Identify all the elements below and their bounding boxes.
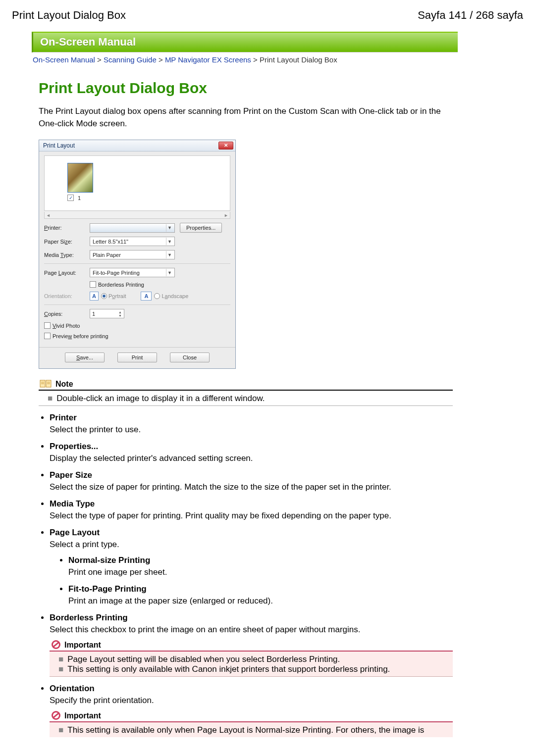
help-item-printer: Printer Select the printer to use. [50, 413, 453, 435]
thumbnail-area: 1 [44, 155, 230, 211]
page-header: Print Layout Dialog Box Sayfa 141 / 268 … [12, 9, 523, 22]
chevron-down-icon: ▼ [166, 238, 173, 245]
copies-spinner[interactable]: 1 ▲▼ [90, 309, 124, 318]
help-item-page-layout: Page Layout Select a print type. Normal-… [50, 528, 453, 606]
bullet-icon: ■ [58, 664, 63, 674]
landscape-radio-label: Landscape [161, 293, 188, 299]
important-item: This setting is only available with Cano… [67, 664, 390, 674]
important-icon [51, 640, 61, 650]
thumbnail-checkbox[interactable] [67, 195, 74, 201]
borderless-label: Borderless Printing [98, 282, 144, 288]
page-layout-select[interactable]: Fit-to-Page Printing▼ [90, 268, 175, 277]
important-header: Important [50, 710, 453, 722]
bullet-icon: ■ [58, 655, 63, 664]
breadcrumb-sep: > [157, 55, 165, 64]
page-layout-label: Page Layout: [44, 270, 90, 276]
printer-label: Printer: [44, 225, 90, 231]
paper-size-label: Paper Size: [44, 239, 90, 245]
breadcrumb-link-2[interactable]: MP Navigator EX Screens [165, 55, 251, 64]
dialog-titlebar: Print Layout ✕ [39, 140, 235, 151]
borderless-checkbox[interactable] [90, 281, 96, 288]
portrait-icon: A [90, 292, 99, 301]
help-subitem-fit-to-page: Fit-to-Page Printing Print an image at t… [68, 584, 453, 606]
important-body: ■Page Layout setting will be disabled wh… [50, 652, 453, 677]
note-item-0: Double-click an image to display it in a… [56, 394, 265, 403]
paper-size-select[interactable]: Letter 8.5"x11"▼ [90, 237, 175, 246]
manual-banner: On-Screen Manual [32, 32, 458, 52]
breadcrumb-sep: > [251, 55, 260, 64]
thumbnail-index: 1 [78, 195, 81, 201]
close-icon[interactable]: ✕ [218, 142, 233, 150]
landscape-icon: A [141, 292, 152, 301]
note-icon [40, 379, 53, 389]
chevron-down-icon: ▼ [166, 269, 173, 276]
help-item-media-type: Media Type Select the type of paper for … [50, 499, 453, 521]
preview-label: Preview before printing [53, 333, 108, 339]
dialog-title-text: Print Layout [43, 142, 75, 149]
help-item-properties: Properties... Display the selected print… [50, 442, 453, 463]
print-layout-dialog: Print Layout ✕ 1 ◄► Printer: [39, 140, 236, 369]
properties-button[interactable]: Properties... [180, 223, 222, 233]
important-item: This setting is available only when Page… [67, 725, 424, 735]
help-subitem-normal-size: Normal-size Printing Print one image per… [68, 555, 453, 577]
print-button[interactable]: Print [117, 353, 157, 362]
portrait-radio[interactable] [101, 293, 107, 299]
printer-select[interactable]: ▼ [90, 223, 175, 233]
media-type-select[interactable]: Plain Paper▼ [90, 250, 175, 259]
help-item-paper-size: Paper Size Select the size of paper for … [50, 470, 453, 492]
orientation-label: Orientation: [44, 293, 90, 299]
help-item-orientation: Orientation Specify the print orientatio… [50, 684, 453, 737]
important-body: ■This setting is available only when Pag… [50, 722, 453, 737]
chevron-down-icon: ▼ [166, 251, 173, 258]
bullet-icon: ■ [58, 725, 63, 735]
breadcrumb-link-1[interactable]: Scanning Guide [104, 55, 157, 64]
preview-checkbox[interactable] [44, 333, 51, 339]
important-header: Important [50, 640, 453, 652]
note-label: Note [55, 380, 73, 389]
header-page-counter: Sayfa 141 / 268 sayfa [418, 9, 523, 22]
help-list: Printer Select the printer to use. Prope… [39, 413, 453, 737]
breadcrumb: On-Screen Manual > Scanning Guide > MP N… [32, 52, 458, 68]
thumbnail-label: 1 [67, 195, 225, 201]
page-title: Print Layout Dialog Box [39, 80, 453, 97]
breadcrumb-current: Print Layout Dialog Box [260, 55, 337, 64]
note-body: ■Double-click an image to display it in … [39, 391, 453, 406]
bullet-icon: ■ [48, 394, 53, 403]
thumbnail-scrollbar[interactable]: ◄► [44, 212, 230, 219]
close-button[interactable]: Close [170, 353, 210, 362]
breadcrumb-sep: > [95, 55, 104, 64]
portrait-radio-label: Portrait [108, 293, 126, 299]
note-header: Note [39, 379, 453, 391]
important-label: Important [64, 641, 101, 650]
important-label: Important [64, 711, 101, 720]
breadcrumb-link-0[interactable]: On-Screen Manual [33, 55, 95, 64]
chevron-down-icon: ▼ [166, 224, 173, 232]
intro-text: The Print Layout dialog box opens after … [39, 105, 453, 130]
media-type-label: Media Type: [44, 252, 90, 258]
important-item: Page Layout setting will be disabled whe… [67, 655, 340, 664]
vivid-photo-checkbox[interactable] [44, 322, 51, 329]
scanned-image-thumbnail[interactable] [67, 163, 93, 193]
important-icon [51, 710, 61, 720]
landscape-radio[interactable] [154, 293, 160, 299]
save-button[interactable]: Save... [65, 353, 105, 362]
copies-label: Copies: [44, 311, 90, 317]
vivid-photo-label: Vivid Photo [53, 323, 80, 329]
help-item-borderless: Borderless Printing Select this checkbox… [50, 613, 453, 677]
header-title: Print Layout Dialog Box [12, 9, 126, 22]
